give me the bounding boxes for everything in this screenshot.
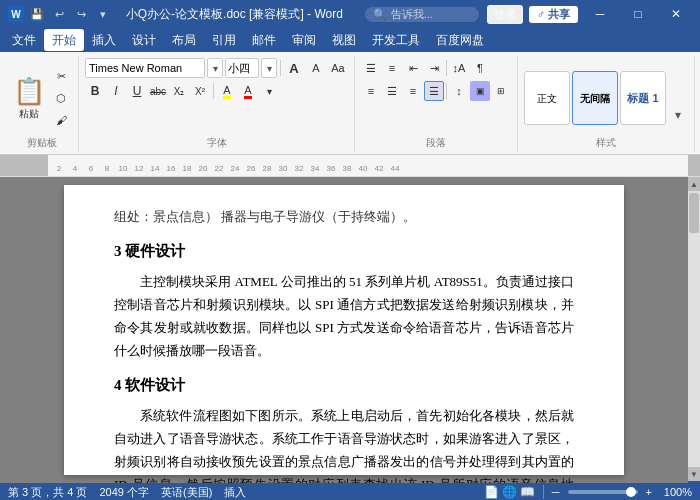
menu-layout[interactable]: 布局 xyxy=(164,29,204,51)
sort-button[interactable]: ↕A xyxy=(449,58,469,78)
strikethrough-button[interactable]: abc xyxy=(148,81,168,101)
quick-more-btn[interactable]: ▾ xyxy=(94,5,112,23)
clear-format-button[interactable]: Aa xyxy=(328,58,348,78)
style-heading1[interactable]: 标题 1 xyxy=(620,71,666,125)
indent-button[interactable]: ⇥ xyxy=(424,58,444,78)
scroll-track[interactable] xyxy=(688,191,700,467)
status-left: 第 3 页，共 4 页 2049 个字 英语(美国) 插入 xyxy=(8,485,246,500)
align-left-button[interactable]: ≡ xyxy=(361,81,381,101)
menu-bar: 文件 开始 插入 设计 布局 引用 邮件 审阅 视图 开发工具 百度网盘 xyxy=(0,28,700,52)
language: 英语(美国) xyxy=(161,485,212,500)
menu-file[interactable]: 文件 xyxy=(4,29,44,51)
font-size-dropdown[interactable]: ▾ xyxy=(261,58,277,78)
scroll-thumb[interactable] xyxy=(689,193,699,233)
section-4-num: 4 xyxy=(114,377,125,393)
zoom-thumb[interactable] xyxy=(626,487,636,497)
menu-baidu[interactable]: 百度网盘 xyxy=(428,29,492,51)
more-font-button[interactable]: ▾ xyxy=(259,81,279,101)
underline-button[interactable]: U xyxy=(127,81,147,101)
menu-mail[interactable]: 邮件 xyxy=(244,29,284,51)
bullets-button[interactable]: ☰ xyxy=(361,58,381,78)
outdent-button[interactable]: ⇤ xyxy=(403,58,423,78)
ruler-margin-left xyxy=(0,155,48,177)
section-4-heading: 4 软件设计 xyxy=(114,372,574,399)
maximize-button[interactable]: □ xyxy=(622,0,654,28)
ruler: 2 4 6 8 10 12 14 16 18 20 22 24 26 28 30… xyxy=(0,155,700,177)
subscript-button[interactable]: X₂ xyxy=(169,81,189,101)
line-spacing-button[interactable]: ↕ xyxy=(449,81,469,101)
title-bar-left: W 💾 ↩ ↪ ▾ xyxy=(8,5,112,23)
status-right: 📄 🌐 📖 ─ + 100% xyxy=(484,485,692,499)
styles-label: 样式 xyxy=(596,136,616,150)
font-color-button[interactable]: A xyxy=(238,81,258,101)
numbering-button[interactable]: ≡ xyxy=(382,58,402,78)
paste-label: 粘贴 xyxy=(19,107,39,121)
vertical-scrollbar[interactable]: ▲ ▼ xyxy=(688,177,700,481)
menu-insert[interactable]: 插入 xyxy=(84,29,124,51)
align-right-button[interactable]: ≡ xyxy=(403,81,423,101)
close-button[interactable]: ✕ xyxy=(660,0,692,28)
document-page: 组处：景点信息） 播器与电子导游仪（于持终端）。 3 硬件设计 主控制模块采用 … xyxy=(64,185,624,475)
section-3-title: 硬件设计 xyxy=(125,243,185,259)
cut-button[interactable]: ✂ xyxy=(50,66,72,86)
search-input[interactable] xyxy=(391,8,471,20)
zoom-out-button[interactable]: ─ xyxy=(552,486,560,498)
align-center-button[interactable]: ☰ xyxy=(382,81,402,101)
shading-button[interactable]: ▣ xyxy=(470,81,490,101)
menu-home[interactable]: 开始 xyxy=(44,29,84,51)
search-icon: 🔍 xyxy=(373,8,387,21)
menu-references[interactable]: 引用 xyxy=(204,29,244,51)
word-count: 2049 个字 xyxy=(99,485,149,500)
styles-more-button[interactable]: ▾ xyxy=(668,105,688,125)
copy-button[interactable]: ⬡ xyxy=(50,88,72,108)
section-3-num: 3 xyxy=(114,243,125,259)
scroll-down-button[interactable]: ▼ xyxy=(688,467,700,481)
minimize-button[interactable]: ─ xyxy=(584,0,616,28)
format-paint-button[interactable]: 🖌 xyxy=(50,110,72,130)
zoom-slider[interactable] xyxy=(568,490,638,494)
style-no-spacing[interactable]: 无间隔 xyxy=(572,71,618,125)
menu-design[interactable]: 设计 xyxy=(124,29,164,51)
section-4-para-1: 系统软件流程图如下图所示。系统上电启动后，首先初始化各模块，然后就自动进入了语音… xyxy=(114,405,574,483)
highlight-button[interactable]: A xyxy=(217,81,237,101)
title-bar: W 💾 ↩ ↪ ▾ 小Q办公-论文模板.doc [兼容模式] - Word 🔍 … xyxy=(0,0,700,28)
show-marks-button[interactable]: ¶ xyxy=(470,58,490,78)
font-name-dropdown[interactable]: ▾ xyxy=(207,58,223,78)
italic-button[interactable]: I xyxy=(106,81,126,101)
quick-undo-btn[interactable]: ↩ xyxy=(50,5,68,23)
quick-redo-btn[interactable]: ↪ xyxy=(72,5,90,23)
section-3-para-1: 主控制模块采用 ATMEL 公司推出的 51 系列单片机 AT89S51。负责通… xyxy=(114,271,574,362)
superscript-button[interactable]: X² xyxy=(190,81,210,101)
insert-mode[interactable]: 插入 xyxy=(224,485,246,500)
scroll-up-button[interactable]: ▲ xyxy=(688,177,700,191)
share-button[interactable]: ♂ 共享 xyxy=(529,6,578,23)
paste-button[interactable]: 📋 粘贴 xyxy=(10,74,48,123)
view-read-icon[interactable]: 📖 xyxy=(520,485,535,499)
bold-button[interactable]: B xyxy=(85,81,105,101)
style-normal[interactable]: 正文 xyxy=(524,71,570,125)
title-search[interactable]: 🔍 xyxy=(365,7,479,22)
font-shrink-button[interactable]: A xyxy=(306,58,326,78)
page-info: 第 3 页，共 4 页 xyxy=(8,485,87,500)
menu-view[interactable]: 视图 xyxy=(324,29,364,51)
window-title: 小Q办公-论文模板.doc [兼容模式] - Word xyxy=(112,6,357,23)
view-print-icon[interactable]: 📄 xyxy=(484,485,499,499)
font-size-input[interactable] xyxy=(225,58,259,78)
justify-button[interactable]: ☰ xyxy=(424,81,444,101)
menu-review[interactable]: 审阅 xyxy=(284,29,324,51)
status-bar: 第 3 页，共 4 页 2049 个字 英语(美国) 插入 📄 🌐 📖 ─ + … xyxy=(0,481,700,500)
login-button[interactable]: 登录 xyxy=(487,5,523,24)
borders-button[interactable]: ⊞ xyxy=(491,81,511,101)
user-area: 登录 ♂ 共享 ─ □ ✕ xyxy=(487,0,692,28)
font-grow-button[interactable]: A xyxy=(284,58,304,78)
section-3-heading: 3 硬件设计 xyxy=(114,238,574,265)
paste-icon: 📋 xyxy=(13,76,45,107)
zoom-level[interactable]: 100% xyxy=(660,486,692,498)
zoom-in-button[interactable]: + xyxy=(646,486,652,498)
view-web-icon[interactable]: 🌐 xyxy=(502,485,517,499)
quick-save-btn[interactable]: 💾 xyxy=(28,5,46,23)
section-4-title: 软件设计 xyxy=(125,377,185,393)
ribbon: 📋 粘贴 ✂ ⬡ 🖌 剪贴板 ▾ ▾ A A Aa B xyxy=(0,52,700,155)
menu-developer[interactable]: 开发工具 xyxy=(364,29,428,51)
font-name-input[interactable] xyxy=(85,58,205,78)
